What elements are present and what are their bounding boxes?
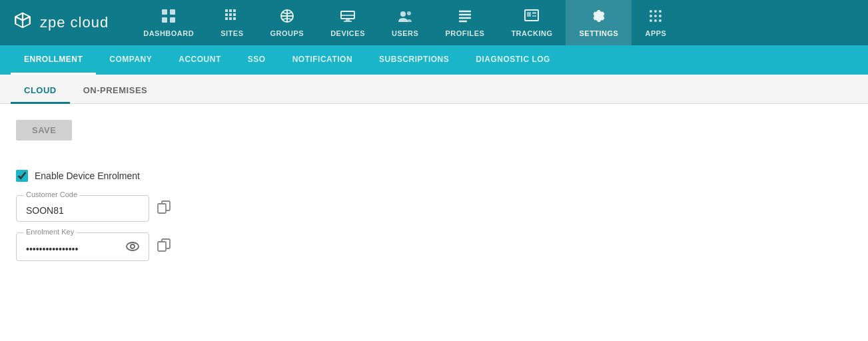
sub-navigation: ENROLLMENT COMPANY ACCOUNT SSO NOTIFICAT… (0, 45, 868, 75)
settings-icon (592, 9, 606, 27)
sub-nav-diagnostic-log[interactable]: DIAGNOSTIC LOG (462, 45, 564, 75)
svg-rect-35 (532, 15, 536, 17)
sub-nav-account[interactable]: ACCOUNT (165, 45, 234, 75)
nav-label-devices: DEVICES (330, 29, 365, 37)
content-area: SAVE Enable Device Enrolment Customer Co… (0, 104, 868, 341)
nav-item-tracking[interactable]: TRACKING (498, 0, 566, 45)
svg-rect-34 (532, 12, 536, 14)
tab-cloud[interactable]: CLOUD (11, 85, 70, 104)
sites-icon (224, 9, 239, 27)
enrollment-key-field: Enrolment Key •••••••••••••••• (16, 232, 149, 261)
enrollment-key-inner: •••••••••••••••• (26, 241, 139, 255)
nav-item-settings[interactable]: SETTINGS (566, 0, 632, 45)
groups-icon (280, 9, 294, 27)
nav-item-dashboard[interactable]: DASHBOARD (130, 0, 207, 45)
apps-icon (648, 9, 663, 27)
nav-item-sites[interactable]: SITES (207, 0, 256, 45)
dashboard-icon (161, 9, 176, 27)
svg-rect-6 (162, 9, 167, 15)
nav-item-apps[interactable]: APPS (632, 0, 679, 45)
svg-line-3 (15, 17, 23, 20)
svg-point-44 (659, 19, 661, 22)
sub-nav-company[interactable]: COMPANY (96, 45, 165, 75)
svg-point-42 (650, 19, 652, 22)
svg-rect-15 (233, 13, 236, 16)
svg-rect-9 (170, 17, 175, 23)
svg-rect-13 (225, 13, 228, 16)
logo-icon (11, 11, 35, 35)
svg-point-47 (127, 242, 139, 250)
nav-item-users[interactable]: USERS (378, 0, 432, 45)
sub-nav-subscriptions[interactable]: SUBSCRIPTIONS (366, 45, 462, 75)
enrollment-key-copy-icon[interactable] (155, 236, 173, 258)
users-icon (398, 9, 412, 27)
enrollment-key-wrapper: Enrolment Key •••••••••••••••• (16, 232, 852, 261)
svg-point-37 (654, 10, 657, 13)
nav-label-dashboard: DASHBOARD (143, 29, 194, 37)
customer-code-field: Customer Code SOON81 (16, 195, 149, 222)
enrollment-key-value: •••••••••••••••• (26, 244, 78, 254)
svg-rect-10 (225, 9, 228, 12)
enable-device-enrollment-row: Enable Device Enrolment (16, 170, 852, 182)
svg-rect-11 (229, 9, 232, 12)
svg-point-39 (650, 15, 652, 17)
sub-nav-notification[interactable]: NOTIFICATION (279, 45, 366, 75)
tracking-icon (524, 9, 539, 27)
nav-label-groups: GROUPS (270, 29, 304, 37)
nav-label-profiles: PROFILES (445, 29, 484, 37)
svg-point-36 (650, 10, 652, 13)
save-button-container: SAVE (16, 120, 852, 157)
enable-device-checkbox[interactable] (16, 170, 28, 182)
svg-rect-46 (158, 204, 166, 213)
nav-item-groups[interactable]: GROUPS (256, 0, 317, 45)
top-navigation: zpe cloud DASHBOARD (0, 0, 868, 45)
nav-item-devices[interactable]: DEVICES (317, 0, 378, 45)
svg-point-38 (659, 10, 661, 13)
svg-rect-18 (233, 17, 236, 20)
customer-code-group: Customer Code SOON81 (16, 195, 852, 222)
nav-label-users: USERS (392, 29, 418, 37)
logo: zpe cloud (11, 11, 109, 35)
sub-nav-sso[interactable]: SSO (234, 45, 279, 75)
nav-label-settings: SETTINGS (579, 29, 618, 37)
devices-icon (340, 9, 355, 27)
svg-rect-16 (225, 17, 228, 20)
svg-point-41 (659, 15, 661, 17)
logo-text: zpe cloud (40, 14, 109, 31)
nav-label-sites: SITES (220, 29, 243, 37)
svg-rect-17 (229, 17, 232, 20)
svg-rect-12 (233, 9, 236, 12)
save-button[interactable]: SAVE (16, 120, 72, 141)
svg-rect-50 (158, 242, 166, 251)
svg-rect-7 (170, 9, 175, 15)
customer-code-copy-icon[interactable] (155, 198, 173, 220)
nav-items: DASHBOARD SITES (130, 0, 857, 45)
svg-point-26 (400, 11, 406, 17)
svg-point-40 (654, 15, 657, 17)
svg-rect-8 (162, 17, 167, 23)
svg-rect-14 (229, 13, 232, 16)
svg-rect-33 (527, 12, 531, 17)
nav-label-apps: APPS (645, 29, 666, 37)
enrollment-key-label: Enrolment Key (23, 228, 77, 236)
tab-on-premises[interactable]: ON-PREMISES (70, 85, 161, 104)
sub-nav-enrollment[interactable]: ENROLLMENT (11, 45, 96, 75)
svg-line-4 (23, 17, 30, 20)
svg-point-43 (654, 19, 657, 22)
customer-code-value: SOON81 (26, 205, 139, 216)
nav-label-tracking: TRACKING (511, 29, 552, 37)
svg-point-48 (131, 244, 135, 248)
customer-code-label: Customer Code (23, 190, 80, 198)
show-hide-icon[interactable] (126, 241, 139, 255)
nav-item-profiles[interactable]: PROFILES (432, 0, 498, 45)
profiles-icon (458, 9, 472, 27)
svg-point-27 (407, 11, 411, 15)
enable-device-label: Enable Device Enrolment (35, 170, 140, 181)
tab-bar: CLOUD ON-PREMISES (0, 75, 868, 104)
enrollment-key-group: Enrolment Key •••••••••••••••• (16, 232, 852, 261)
